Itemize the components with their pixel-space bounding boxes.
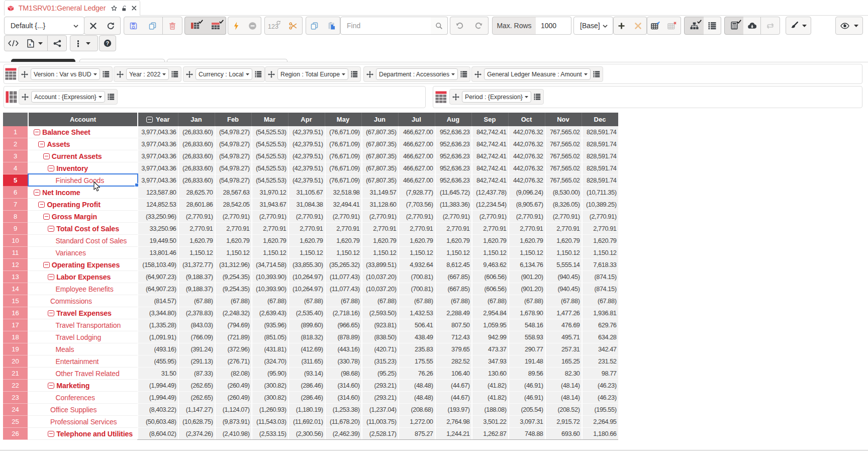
- svg-text:?: ?: [106, 40, 109, 46]
- svg-text:x: x: [29, 42, 31, 47]
- svg-text:123: 123: [268, 23, 278, 30]
